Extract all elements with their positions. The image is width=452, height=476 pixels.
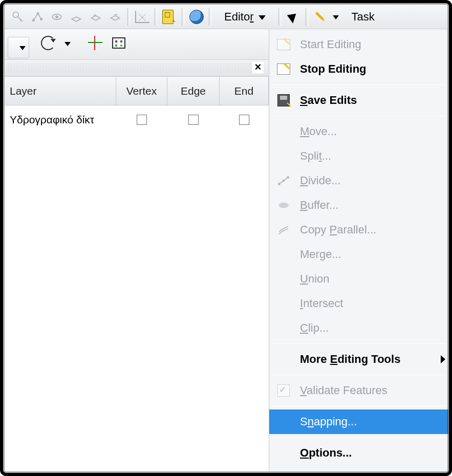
menu-stop-editing[interactable]: Stop Editing — [269, 57, 448, 81]
menu-options[interactable]: Options... — [269, 441, 448, 465]
menu-label: Move... — [300, 125, 337, 138]
layer-plane2-icon[interactable] — [87, 8, 105, 26]
grid-config-icon[interactable] — [110, 34, 128, 52]
edit-vertex-icon[interactable] — [28, 8, 47, 26]
menu-label: Divide... — [300, 174, 340, 187]
col-header-vertex[interactable]: Vertex — [116, 77, 167, 105]
toolbar-divider — [155, 8, 157, 26]
blank-icon — [274, 444, 293, 462]
chevron-down-icon[interactable] — [333, 15, 339, 19]
blank-icon — [274, 294, 293, 313]
layer-plane1-icon[interactable] — [67, 8, 85, 26]
pencil-box-icon — [274, 60, 293, 78]
menu-merge: Merge... — [269, 242, 448, 267]
editor-dropdown[interactable]: Editor — [217, 8, 273, 26]
menu-label: Stop Editing — [300, 62, 367, 76]
toolbar-divider — [306, 8, 308, 26]
blank-icon — [274, 245, 293, 264]
menu-start-editing: Start Editing — [269, 32, 448, 57]
menu-label: Save Edits — [300, 94, 357, 107]
menu-separator — [272, 406, 445, 406]
blank-icon — [274, 350, 293, 369]
end-checkbox[interactable] — [239, 115, 249, 125]
menu-label: Validate Features — [300, 384, 388, 397]
menu-separator — [272, 375, 445, 375]
menu-label: Clip... — [300, 321, 329, 335]
divide-icon — [274, 171, 293, 190]
menu-label: More Editing Tools — [300, 353, 400, 366]
globe-icon[interactable] — [187, 8, 206, 26]
menu-separator — [272, 343, 445, 344]
menu-copy-parallel: Copy Parallel... — [269, 218, 448, 242]
snapping-table-header: Layer Vertex Edge End — [5, 77, 269, 105]
select-cursor-icon[interactable] — [284, 8, 303, 26]
edge-checkbox[interactable] — [188, 115, 199, 125]
layer-plane3-icon[interactable] — [106, 8, 124, 26]
pencil-box-icon — [274, 35, 293, 54]
menu-label: Start Editing — [300, 38, 361, 51]
toolbar-divider — [127, 8, 130, 26]
svg-point-2 — [37, 12, 38, 14]
svg-point-1 — [33, 19, 34, 20]
menu-separator — [272, 437, 445, 438]
svg-point-5 — [56, 15, 58, 17]
close-icon[interactable]: × — [252, 62, 264, 73]
axis-cross-icon[interactable] — [86, 34, 104, 52]
menu-label: Union — [300, 272, 329, 286]
blank-icon — [274, 147, 293, 165]
layer-name-cell[interactable]: Υδρογραφικό δίκτ — [5, 105, 116, 134]
sketch-pencil-icon[interactable] — [311, 8, 330, 26]
blank-icon — [274, 413, 293, 431]
blank-icon — [274, 122, 293, 141]
menu-divide: Divide... — [269, 168, 448, 193]
vertex-checkbox[interactable] — [137, 115, 147, 125]
graph-icon[interactable] — [133, 8, 152, 26]
menu-intersect: Intersect — [269, 291, 448, 316]
svg-point-3 — [40, 18, 42, 19]
menu-label: Snapping... — [300, 415, 357, 428]
menu-clip: Clip... — [269, 316, 448, 340]
menu-separator — [272, 116, 445, 116]
chevron-down-icon — [259, 15, 266, 20]
svg-point-10 — [278, 203, 289, 208]
rotate-tool-icon[interactable] — [39, 34, 57, 52]
secondary-toolbar — [5, 29, 269, 60]
buffer-icon — [274, 196, 293, 214]
blank-icon — [274, 270, 293, 288]
toolbar-divider — [278, 8, 281, 26]
find-tool-icon[interactable] — [160, 8, 179, 26]
toolbar-divider — [182, 8, 184, 26]
save-icon — [274, 91, 293, 110]
snapping-panel: Layer Vertex Edge End Υδρογραφικό δίκτ — [5, 76, 269, 471]
col-header-end[interactable]: End — [220, 77, 269, 105]
menu-label: Buffer... — [300, 199, 338, 212]
view-items-icon[interactable] — [48, 8, 66, 26]
menu-label: Intersect — [300, 297, 343, 310]
menu-split: Split... — [269, 144, 448, 168]
menu-buffer: Buffer... — [269, 193, 448, 218]
menu-label: Copy Parallel... — [300, 223, 376, 236]
menu-snapping[interactable]: Snapping... — [269, 409, 448, 434]
svg-point-7 — [278, 183, 280, 185]
menu-move: Move... — [269, 119, 448, 144]
menu-save-edits[interactable]: Save Edits — [269, 88, 448, 113]
submenu-arrow-icon — [441, 355, 445, 363]
chevron-down-icon — [19, 46, 26, 50]
menu-label: Merge... — [300, 248, 341, 261]
col-header-layer[interactable]: Layer — [5, 77, 116, 105]
empty-dropdown[interactable] — [8, 37, 29, 58]
blank-icon — [274, 319, 293, 337]
chevron-down-icon[interactable] — [64, 42, 71, 46]
menu-validate-features: Validate Features — [269, 378, 448, 403]
copy-parallel-icon — [274, 221, 293, 239]
menu-separator — [272, 84, 445, 85]
editor-dropdown-label: Editor — [224, 10, 253, 24]
task-label: Task — [346, 10, 374, 24]
key-tool-icon[interactable] — [9, 8, 27, 26]
menu-label: Options... — [300, 446, 352, 460]
svg-point-8 — [283, 180, 284, 181]
col-header-edge[interactable]: Edge — [167, 77, 220, 105]
panel-grip[interactable] — [7, 63, 252, 73]
svg-point-9 — [287, 177, 289, 178]
menu-more-editing-tools[interactable]: More Editing Tools — [269, 347, 448, 372]
